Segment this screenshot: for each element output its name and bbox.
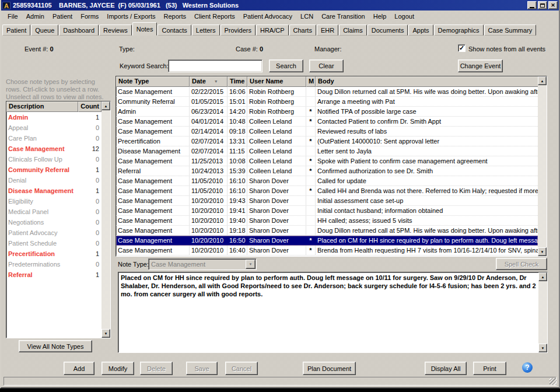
modify-button[interactable]: Modify: [102, 362, 134, 375]
note-type-row[interactable]: Precertification1: [6, 249, 102, 259]
tab-demographics[interactable]: Demographics: [434, 24, 484, 36]
scroll-down-icon[interactable]: ▼: [538, 344, 547, 352]
note-type-row[interactable]: Patient Schedule0: [6, 238, 102, 249]
menu-item-reports[interactable]: Reports: [159, 12, 190, 21]
table-row[interactable]: Case Management10/20/201019:43Sharon Dov…: [116, 196, 538, 206]
notes-col-body[interactable]: Body: [316, 76, 538, 87]
note-type-row[interactable]: Eligibility0: [6, 196, 102, 206]
note-type-row[interactable]: Community Referral1: [6, 164, 102, 175]
menu-item-care-transition[interactable]: Care Transition: [317, 12, 369, 21]
maximize-button[interactable]: [538, 1, 547, 9]
note-type-row[interactable]: Predeterminations0: [6, 259, 102, 270]
notes-table-scrollbar[interactable]: ▲ ▼: [538, 76, 547, 256]
note-type-row[interactable]: Disease Management1: [6, 186, 102, 196]
table-row[interactable]: Case Management10/20/201019:40Sharon Dov…: [116, 216, 538, 226]
table-row[interactable]: Case Management02/22/201516:06Robin Roth…: [116, 87, 538, 97]
note-types-col-count[interactable]: Count: [78, 102, 102, 112]
note-type-row[interactable]: Negotiations0: [6, 217, 102, 228]
tab-reviews[interactable]: Reviews: [99, 24, 132, 36]
note-types-col-description[interactable]: Description: [6, 102, 78, 112]
notes-col-date[interactable]: Date▼: [190, 76, 228, 87]
scroll-up-icon[interactable]: ▲: [102, 102, 110, 110]
table-row[interactable]: Community Referral01/05/201515:01Robin R…: [116, 97, 538, 107]
add-button[interactable]: Add: [64, 362, 94, 375]
note-type-row[interactable]: Denial0: [6, 175, 102, 186]
note-types-scrollbar[interactable]: ▲ ▼: [102, 102, 110, 338]
display-all-button[interactable]: Display All: [425, 362, 467, 375]
note-body-scrollbar[interactable]: ▲ ▼: [538, 272, 547, 352]
notes-col-user[interactable]: User Name: [247, 76, 306, 87]
minimize-button[interactable]: [527, 1, 537, 9]
scroll-up-icon[interactable]: ▲: [538, 272, 547, 281]
menu-item-help[interactable]: Help: [369, 12, 391, 21]
notes-col-m[interactable]: M: [306, 76, 316, 87]
menu-item-forms[interactable]: Forms: [76, 12, 103, 21]
table-row[interactable]: Referral10/24/201315:39Colleen Leland*Co…: [116, 166, 538, 176]
tab-dashboard[interactable]: Dashboard: [59, 24, 99, 36]
tab-contacts[interactable]: Contacts: [158, 24, 191, 36]
tab-appts[interactable]: Appts: [408, 24, 433, 36]
menu-item-imports-exports[interactable]: Imports / Exports: [103, 12, 159, 21]
table-row[interactable]: Disease Management02/07/201411:15Colleen…: [116, 146, 538, 156]
tab-charts[interactable]: Charts: [289, 24, 316, 36]
note-type-row[interactable]: Referral1: [6, 270, 102, 280]
tab-claims[interactable]: Claims: [339, 24, 367, 36]
change-event-button[interactable]: Change Event: [458, 60, 503, 72]
table-row[interactable]: Case Management11/05/201016:10Sharon Dov…: [116, 176, 538, 186]
note-type-row[interactable]: Clinicals Follow Up0: [6, 154, 102, 164]
tab-letters[interactable]: Letters: [192, 24, 220, 36]
note-body-editor[interactable]: Placed on CM for HH since required by pl…: [118, 272, 548, 353]
delete-button[interactable]: Delete: [140, 362, 173, 375]
show-notes-checkbox[interactable]: ✓: [458, 44, 466, 52]
menu-item-lcn[interactable]: LCN: [296, 12, 317, 21]
note-type-row[interactable]: Medical Panel0: [6, 206, 102, 217]
cancel-button[interactable]: Cancel: [225, 362, 258, 375]
note-type-row[interactable]: Appeal0: [6, 123, 102, 133]
table-row[interactable]: Case Management10/20/201019:41Sharon Dov…: [116, 206, 538, 216]
tab-queue[interactable]: Queue: [31, 24, 58, 36]
tab-ehr[interactable]: EHR: [317, 24, 338, 36]
table-row[interactable]: Case Management10/20/201016:50Sharon Dov…: [116, 236, 538, 246]
menu-item-patient-advocacy[interactable]: Patient Advocacy: [239, 12, 296, 21]
table-row[interactable]: Case Management10/20/201019:18Sharon Dov…: [116, 226, 538, 236]
note-body-text[interactable]: Placed on CM for HH since required by pl…: [118, 272, 538, 352]
note-type-row[interactable]: Admin1: [6, 112, 102, 123]
notes-col-time[interactable]: Time: [228, 76, 247, 87]
table-row[interactable]: Admin06/23/201414:20Robin Rothberg*Notif…: [116, 107, 538, 117]
tab-providers[interactable]: Providers: [220, 24, 256, 36]
tab-patient[interactable]: Patient: [2, 24, 30, 36]
table-row[interactable]: Case Management11/25/201310:08Colleen Le…: [116, 156, 538, 166]
print-button[interactable]: Print: [473, 362, 506, 375]
table-row[interactable]: Case Management04/01/201410:48Colleen Le…: [116, 117, 538, 127]
table-row[interactable]: Precertification02/07/201413:31Colleen L…: [116, 136, 538, 146]
close-button[interactable]: ✕: [548, 1, 558, 9]
menu-item-file[interactable]: File: [4, 12, 22, 21]
keyword-search-input[interactable]: [168, 60, 262, 72]
save-button[interactable]: Save: [186, 362, 218, 375]
search-button[interactable]: Search: [269, 60, 303, 72]
tab-notes[interactable]: Notes: [132, 22, 158, 36]
menu-item-logout[interactable]: Logout: [390, 12, 418, 21]
table-row[interactable]: Case Management02/14/201409:18Colleen Le…: [116, 127, 538, 136]
note-type-row[interactable]: Case Management12: [6, 144, 102, 154]
spell-check-button[interactable]: Spell Check: [496, 258, 547, 270]
plan-document-button[interactable]: Plan Document: [303, 362, 356, 375]
scroll-down-icon[interactable]: ▼: [102, 329, 110, 338]
note-type-dropdown[interactable]: Case Management ▼: [148, 258, 257, 270]
resize-grip[interactable]: [550, 378, 556, 385]
tab-documents[interactable]: Documents: [368, 24, 408, 36]
note-type-row[interactable]: Care Plan0: [6, 133, 102, 144]
view-all-note-types-button[interactable]: View All Note Types: [19, 340, 92, 352]
table-row[interactable]: Case Management10/20/201016:40Sharon Dov…: [116, 246, 538, 256]
help-icon[interactable]: ?: [522, 362, 533, 373]
chevron-down-icon[interactable]: ▼: [246, 260, 256, 269]
notes-col-type[interactable]: Note Type: [116, 76, 190, 87]
menu-item-admin[interactable]: Admin: [22, 12, 48, 21]
scroll-down-icon[interactable]: ▼: [538, 247, 547, 256]
clear-button[interactable]: Clear: [309, 60, 344, 72]
tab-case-summary[interactable]: Case Summary: [484, 24, 537, 36]
note-type-row[interactable]: Patient Advocacy0: [6, 228, 102, 238]
menu-item-patient[interactable]: Patient: [48, 12, 76, 21]
table-row[interactable]: Case Management11/05/201016:10Sharon Dov…: [116, 186, 538, 196]
tab-hra-cp[interactable]: HRA/CP: [256, 24, 289, 36]
